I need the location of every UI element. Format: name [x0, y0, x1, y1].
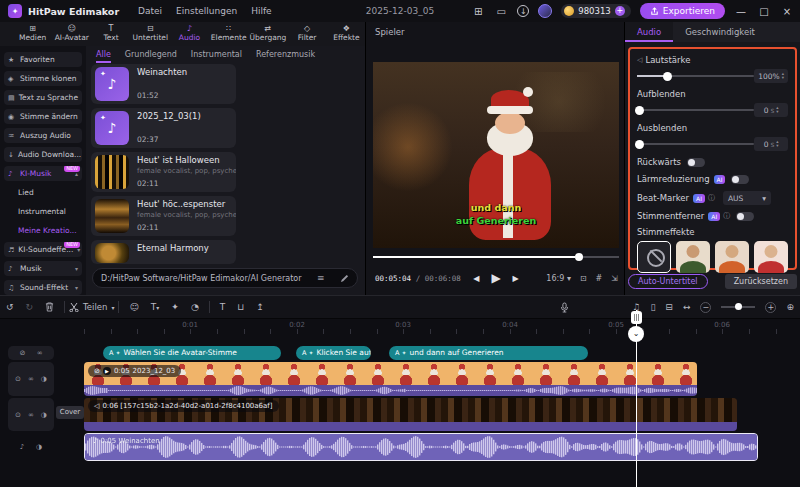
stepper-icons[interactable]: ▴▾	[776, 140, 778, 148]
link-icon[interactable]: ∞	[28, 375, 34, 383]
sidebar-item-auszug-audio[interactable]: ♒Auszug Audio	[4, 128, 82, 143]
sidebar-item-ki-musik[interactable]: ♪KI-Musik▴NEW	[4, 166, 82, 181]
sidebar-item-favoriten[interactable]: ★Favoriten	[4, 52, 82, 67]
speed-tool-icon[interactable]: ◔	[191, 302, 199, 312]
voice-effect-girl-portrait[interactable]	[754, 241, 788, 273]
reverse-toggle[interactable]	[687, 158, 705, 167]
voice-remover-toggle[interactable]	[736, 212, 754, 221]
video-preview[interactable]: und dann auf Generieren	[373, 62, 619, 248]
maximize-button[interactable]: □	[757, 6, 771, 17]
record-icon[interactable]: ⊙	[15, 411, 21, 419]
audio-clip-weinachten[interactable]: ♪ 0:05 Weinachten	[84, 433, 758, 461]
reset-button[interactable]: Zurücksetzen	[725, 274, 797, 289]
add-credits-icon[interactable]: +	[615, 6, 625, 16]
aspect-ratio-dropdown[interactable]: 16:9 ▾	[546, 274, 571, 283]
volume-slider[interactable]	[637, 75, 754, 77]
adjust-icon[interactable]: ◑	[36, 443, 42, 451]
browse-folder-icon[interactable]: ≡	[309, 273, 325, 283]
sidebar-item-instrumental[interactable]: Instrumental	[4, 204, 82, 219]
library-tab-referenzmusik[interactable]: Referenzmusik	[256, 50, 315, 63]
fade-in-slider-handle[interactable]	[635, 106, 644, 115]
sidebar-item-stimme-klonen[interactable]: ◈Stimme klonen	[4, 71, 82, 86]
fade-in-value[interactable]: 0s▴▾	[754, 103, 788, 117]
video-clip-background[interactable]: ◁ 0:06 [157c15b2-1a2d-40d2-a01d-2f8c4100…	[84, 398, 737, 431]
feedback-icon[interactable]: ▭	[494, 6, 508, 17]
tab-speed-properties[interactable]: Geschwindigkeit	[673, 22, 767, 42]
tab-effekte[interactable]: ❖Effekte	[328, 25, 365, 43]
sidebar-item-musik[interactable]: ♪Musik▾	[4, 261, 82, 276]
fit-timeline-icon[interactable]: ⊕	[786, 302, 794, 312]
adjust-icon[interactable]: ◑	[41, 411, 47, 419]
volume-slider-handle[interactable]	[663, 72, 672, 81]
timeline-zoom-in-icon[interactable]: +	[765, 302, 776, 313]
library-tab-instrumental[interactable]: Instrumental	[191, 50, 242, 63]
progress-handle[interactable]	[575, 253, 583, 261]
redo-button[interactable]: ↻	[26, 302, 34, 312]
record-voiceover-icon[interactable]	[560, 302, 569, 313]
tab-filter[interactable]: ◇Filter	[289, 25, 326, 43]
fade-in-slider[interactable]	[637, 109, 754, 111]
split-button[interactable]: Teilen ▾	[69, 302, 114, 312]
range-select-icon[interactable]: ↔	[683, 302, 691, 312]
undo-button[interactable]: ↺	[6, 302, 14, 312]
minimize-button[interactable]: —	[734, 6, 748, 17]
tab-audio[interactable]: ♪Audio	[171, 25, 208, 43]
fade-out-slider-handle[interactable]	[635, 140, 644, 149]
link-icon[interactable]: ∞	[28, 411, 34, 419]
stepper-icons[interactable]: ▴▾	[782, 72, 784, 80]
record-icon[interactable]: ⊙	[15, 375, 21, 383]
tab-uebergang[interactable]: ⇄Übergang	[249, 25, 286, 43]
tab-medien[interactable]: ⊞Medien	[14, 25, 51, 43]
stepper-icons[interactable]: ▴▾	[776, 106, 778, 114]
split-view-icon[interactable]: ⊟	[665, 302, 673, 312]
audio-item[interactable]: ♪ Weinachten 01:52	[91, 64, 236, 104]
cover-badge[interactable]: Cover	[56, 406, 84, 419]
edit-path-icon[interactable]	[332, 274, 349, 283]
voice-effect-none-selected[interactable]	[637, 241, 671, 273]
sidebar-item-ki-soundeffekt[interactable]: ♬KI-Soundeffe...▾NEW	[4, 242, 82, 257]
tab-elemente[interactable]: ∷Elemente	[210, 25, 247, 43]
mute-voice-icon[interactable]: ⊘	[19, 349, 25, 357]
fade-out-slider[interactable]	[637, 143, 754, 145]
audio-item[interactable]: ♪ 2025_12_03(1) 02:37	[91, 108, 236, 148]
expand-icon[interactable]: ▾	[75, 284, 78, 291]
subtitle-clip-1[interactable]: A✦Wählen Sie die Avatar-Stimme	[103, 346, 281, 360]
next-frame-button[interactable]: ▶	[513, 274, 519, 283]
volume-value[interactable]: 100%▴▾	[754, 69, 788, 83]
tab-untertitel[interactable]: ⊟Untertitel	[132, 25, 169, 43]
attach-track-icon[interactable]: ⊔	[237, 302, 244, 312]
import-track-icon[interactable]: ↥	[256, 302, 264, 312]
noise-reduction-toggle[interactable]	[731, 175, 749, 184]
sidebar-item-meine-kreation[interactable]: Meine Kreatio...	[4, 223, 82, 238]
sidebar-item-audio-download[interactable]: ↓Audio Downloa...	[4, 147, 82, 162]
text-tool-icon[interactable]: T▾	[151, 302, 160, 312]
audio-item[interactable]: Heut' ist Halloween female vocalist, pop…	[91, 152, 236, 192]
note-icon[interactable]: ♪	[20, 443, 24, 451]
subtitle-clip-2[interactable]: A✦Klicken Sie auf	[296, 346, 371, 360]
sidebar-item-text-zu-sprache[interactable]: ▤Text zu Sprache	[4, 90, 82, 105]
menu-settings[interactable]: Einstellungen	[176, 6, 237, 16]
voice-effect-man-portrait[interactable]	[676, 241, 710, 273]
export-button[interactable]: Exportieren	[640, 3, 725, 19]
marker-view-icon[interactable]: ▯	[650, 302, 655, 312]
playhead-marker-button[interactable]: ⌄	[628, 326, 644, 342]
fullscreen-icon[interactable]: ⇲	[611, 274, 618, 283]
library-tab-alle[interactable]: Alle	[96, 50, 111, 63]
save-path-input[interactable]: D:/HitPaw Software/HitPaw Edimakor/AI Ge…	[92, 268, 358, 288]
expand-icon[interactable]: ▾	[75, 265, 78, 272]
tab-audio-properties[interactable]: Audio	[625, 22, 673, 42]
tab-ai-avatar[interactable]: ☺AI-Avatar	[53, 25, 90, 43]
player-progress-bar[interactable]	[373, 256, 619, 258]
add-text-track-icon[interactable]: T	[220, 302, 226, 312]
layout-panel-icon[interactable]: ⊞	[471, 6, 485, 17]
menu-help[interactable]: Hilfe	[251, 6, 271, 16]
timeline-zoom-slider[interactable]	[721, 306, 755, 308]
play-button[interactable]: ▶	[491, 271, 500, 285]
subtitle-clip-3[interactable]: A✦und dann auf Generieren	[389, 346, 588, 360]
sticker-tool-icon[interactable]: ☺	[129, 302, 138, 312]
tab-text[interactable]: TText	[92, 25, 129, 43]
voice-effect-woman-portrait[interactable]	[715, 241, 749, 273]
menu-file[interactable]: Datei	[138, 6, 162, 16]
audio-item[interactable]: Heut' höc..espenster female vocalist, po…	[91, 196, 236, 236]
download-icon[interactable]: ↓	[517, 5, 529, 17]
